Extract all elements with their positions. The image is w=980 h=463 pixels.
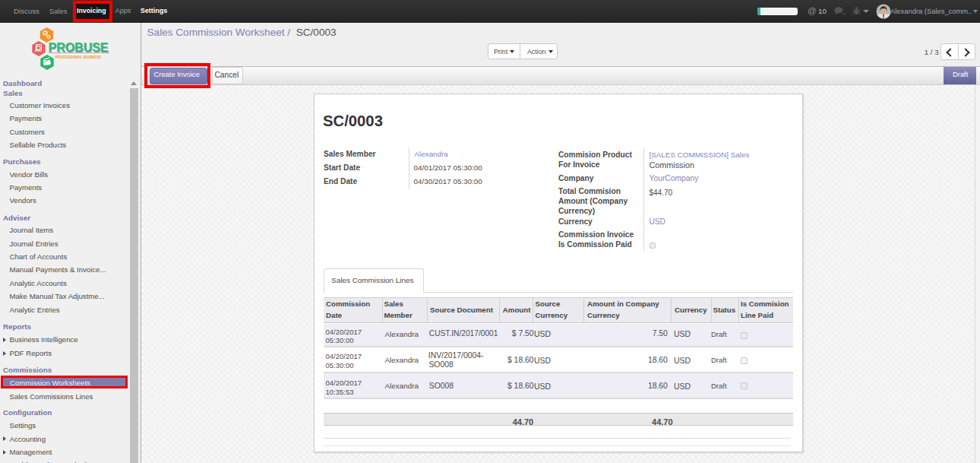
svg-text:PROFESSIONAL BUSINESS: PROFESSIONAL BUSINESS [55, 55, 102, 59]
svg-text:PROBUSE: PROBUSE [49, 41, 109, 54]
